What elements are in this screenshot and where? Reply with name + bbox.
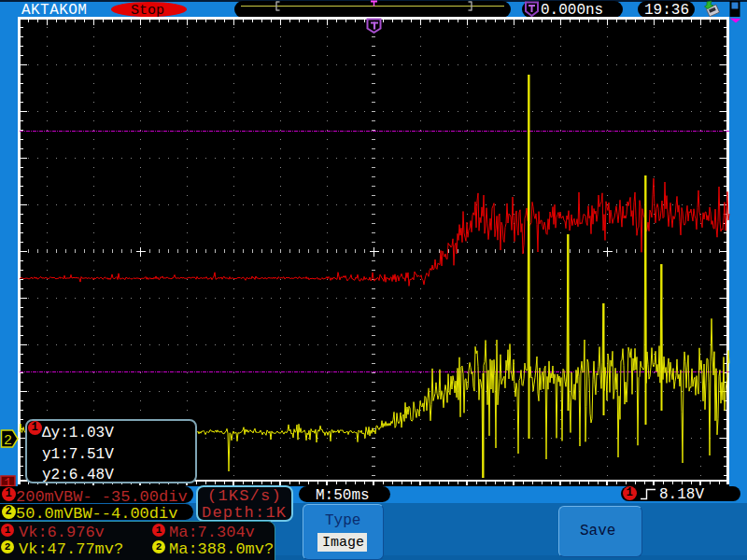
svg-text:2: 2: [4, 433, 12, 449]
